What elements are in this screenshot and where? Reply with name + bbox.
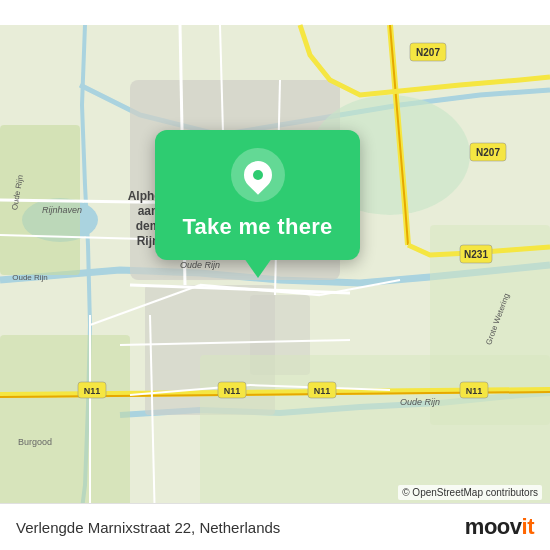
map-background: N207 N207 N231 N11 N11 N11 N11 Rijnhaven… [0,0,550,550]
svg-text:Oude Rijn: Oude Rijn [12,273,48,282]
moovit-text: moov [465,514,522,539]
svg-text:N11: N11 [84,386,101,396]
osm-attribution: © OpenStreetMap contributors [398,485,542,500]
svg-text:Oude Rijn: Oude Rijn [180,260,220,270]
svg-text:N11: N11 [466,386,483,396]
svg-text:N231: N231 [464,249,488,260]
osm-attribution-text: © OpenStreetMap contributors [402,487,538,498]
location-pin-icon [238,155,278,195]
moovit-accent: it [522,514,534,539]
svg-text:Rijnhaven: Rijnhaven [42,205,82,215]
svg-text:N207: N207 [476,147,500,158]
bottom-bar: Verlengde Marnixstraat 22, Netherlands m… [0,503,550,550]
svg-text:N11: N11 [224,386,241,396]
map-container: N207 N207 N231 N11 N11 N11 N11 Rijnhaven… [0,0,550,550]
svg-text:Oude Rijn: Oude Rijn [400,397,440,407]
svg-text:N207: N207 [416,47,440,58]
popup-card: Take me there [155,130,360,260]
svg-rect-8 [0,335,130,525]
moovit-logo-text: moovit [465,514,534,540]
moovit-logo: moovit [465,514,534,540]
address-text: Verlengde Marnixstraat 22, Netherlands [16,519,280,536]
location-icon-circle [231,148,285,202]
svg-text:N11: N11 [314,386,331,396]
take-me-there-button[interactable]: Take me there [182,214,332,240]
svg-text:Burgood: Burgood [18,437,52,447]
